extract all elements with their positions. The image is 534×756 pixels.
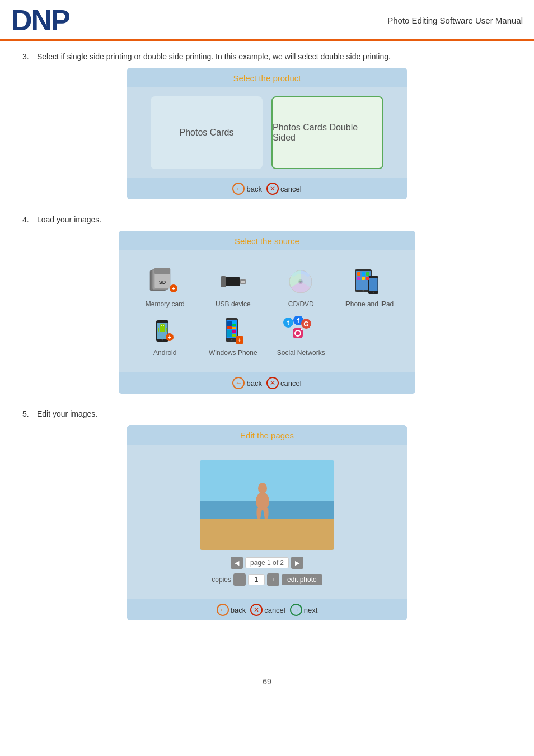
- edit-dialog-title: Edit the pages: [127, 425, 407, 445]
- svg-rect-25: [362, 277, 365, 280]
- edit-next-button[interactable]: → next: [290, 604, 318, 616]
- step-5-text: 5. Edit your images.: [22, 409, 512, 418]
- source-grid: SD + Memory card: [128, 259, 406, 363]
- step-5: 5. Edit your images. Edit the pages: [22, 409, 512, 620]
- edit-next-label: next: [304, 606, 318, 614]
- product-dialog-body: Photos Cards Photos Cards Double Sided: [127, 87, 407, 178]
- source-back-icon: ←: [232, 377, 245, 389]
- svg-text:SD: SD: [158, 279, 166, 285]
- edit-dialog-footer: ← back ✕ cancel → next: [127, 599, 407, 620]
- memory-card-label: Memory card: [146, 300, 185, 308]
- edit-pages-dialog: Edit the pages: [127, 425, 407, 620]
- step-4-text: 4. Load your images.: [22, 215, 512, 224]
- svg-point-20: [373, 291, 374, 292]
- svg-point-34: [161, 325, 162, 326]
- edit-photo-container: [136, 454, 398, 557]
- source-cancel-button[interactable]: ✕ cancel: [266, 377, 302, 389]
- source-back-button[interactable]: ← back: [232, 377, 261, 389]
- svg-rect-9: [241, 281, 245, 283]
- android-icon-container: +: [146, 315, 185, 346]
- edit-back-label: back: [231, 606, 246, 614]
- source-android[interactable]: + Android: [134, 315, 196, 357]
- svg-rect-31: [160, 328, 165, 332]
- source-cancel-label: cancel: [280, 379, 302, 388]
- svg-rect-42: [232, 321, 236, 324]
- svg-rect-26: [366, 277, 369, 280]
- edit-dialog-body: ◀ page 1 of 2 ▶ copies − 1 + edit photo: [127, 445, 407, 599]
- prev-page-button[interactable]: ◀: [231, 557, 243, 569]
- product-grid: Photos Cards Photos Cards Double Sided: [136, 96, 398, 169]
- product-photos-cards-double-sided-label: Photos Cards Double Sided: [273, 123, 382, 143]
- dnp-logo: DNP: [11, 6, 69, 35]
- page-header: DNP Photo Editing Software User Manual: [0, 0, 534, 41]
- android-svg: +: [149, 316, 180, 345]
- svg-point-35: [163, 325, 164, 326]
- svg-text:t: t: [287, 319, 289, 327]
- source-memory-card[interactable]: SD + Memory card: [134, 266, 196, 308]
- edit-photo-preview: [200, 460, 334, 550]
- svg-rect-46: [227, 330, 232, 337]
- product-photos-cards-double-sided[interactable]: Photos Cards Double Sided: [271, 96, 383, 169]
- cd-label: CD/DVD: [288, 300, 314, 308]
- source-iphone[interactable]: iPhone and iPad: [339, 266, 400, 308]
- memory-card-icon-container: SD +: [146, 266, 185, 297]
- next-page-button[interactable]: ▶: [291, 557, 303, 569]
- source-social-networks[interactable]: t f G: [270, 315, 332, 357]
- copies-label: copies: [212, 576, 231, 584]
- usb-icon-container: [213, 266, 252, 297]
- source-windows-phone[interactable]: + Windows Phone: [203, 315, 264, 357]
- svg-point-17: [362, 290, 364, 291]
- svg-point-57: [301, 328, 303, 330]
- edit-cancel-label: cancel: [264, 606, 285, 614]
- step-4: 4. Load your images. Select the source: [22, 215, 512, 394]
- source-dialog-footer: ← back ✕ cancel: [119, 372, 415, 394]
- source-dialog-title: Select the source: [119, 231, 415, 250]
- source-empty: [339, 315, 400, 357]
- page-indicator: page 1 of 2: [245, 557, 289, 568]
- cd-svg: [285, 268, 316, 295]
- copies-controls: copies − 1 + edit photo: [136, 573, 398, 586]
- svg-rect-19: [369, 278, 377, 291]
- edit-back-icon: ←: [217, 604, 229, 616]
- svg-rect-3: [154, 268, 170, 274]
- iphone-icon-container: [349, 266, 388, 297]
- svg-text:+: +: [168, 334, 171, 340]
- product-dialog-footer: ← back ✕ cancel: [127, 178, 407, 199]
- cd-icon-container: [282, 266, 321, 297]
- step-3-number: 3.: [22, 52, 34, 61]
- person-silhouette: [240, 480, 285, 525]
- product-back-button[interactable]: ← back: [232, 183, 261, 195]
- edit-next-icon: →: [290, 604, 302, 616]
- edit-photo-button[interactable]: edit photo: [282, 574, 322, 585]
- source-cancel-icon: ✕: [266, 377, 279, 389]
- back-icon: ←: [232, 183, 245, 195]
- source-usb[interactable]: USB device: [203, 266, 264, 308]
- edit-back-button[interactable]: ← back: [217, 604, 246, 616]
- android-label: Android: [153, 349, 176, 357]
- increase-copies-button[interactable]: +: [267, 573, 279, 586]
- product-photos-cards[interactable]: Photos Cards: [151, 96, 263, 169]
- windows-phone-icon-container: +: [213, 315, 252, 346]
- decrease-copies-button[interactable]: −: [233, 573, 246, 586]
- source-cd[interactable]: CD/DVD: [270, 266, 332, 308]
- svg-rect-45: [232, 327, 236, 329]
- step-3-description: Select if single side printing or double…: [37, 52, 391, 61]
- product-select-dialog: Select the product Photos Cards Photos C…: [127, 68, 407, 199]
- svg-rect-48: [232, 334, 236, 337]
- step-4-number: 4.: [22, 215, 34, 224]
- document-title: Photo Editing Software User Manual: [387, 16, 523, 25]
- windows-phone-label: Windows Phone: [209, 349, 257, 357]
- main-content: 3. Select if single side printing or dou…: [0, 41, 534, 647]
- step-3: 3. Select if single side printing or dou…: [22, 52, 512, 199]
- edit-cancel-button[interactable]: ✕ cancel: [250, 604, 285, 616]
- page-footer: 69: [0, 670, 534, 693]
- svg-rect-24: [357, 277, 360, 280]
- svg-rect-47: [232, 330, 236, 333]
- usb-svg: [218, 268, 249, 295]
- svg-text:G: G: [304, 320, 309, 328]
- windows-phone-svg: +: [218, 316, 249, 345]
- product-cancel-button[interactable]: ✕ cancel: [266, 183, 302, 195]
- svg-rect-22: [362, 272, 365, 276]
- iphone-svg: [354, 267, 385, 296]
- svg-text:+: +: [172, 286, 175, 292]
